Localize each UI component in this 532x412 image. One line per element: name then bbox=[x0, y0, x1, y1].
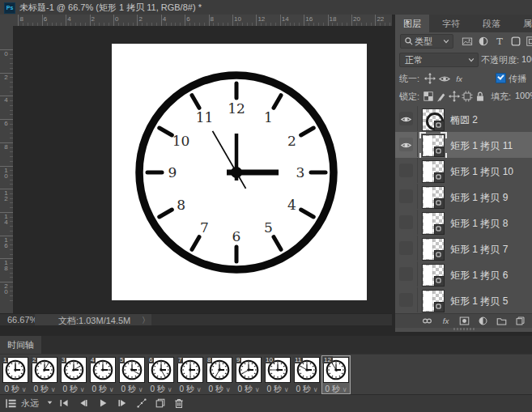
layer-row[interactable]: 矩形 1 拷贝 5 bbox=[395, 287, 532, 314]
animation-frame[interactable]: 60 秒 ∨ bbox=[147, 356, 175, 393]
frame-duration-selector[interactable]: 0 秒 ∨ bbox=[322, 384, 350, 395]
frame-duration-selector[interactable]: 0 秒 ∨ bbox=[2, 384, 29, 395]
panel-tab-paragraph[interactable]: 段落 bbox=[475, 15, 509, 32]
layer-row[interactable]: 矩形 1 拷贝 9 bbox=[395, 184, 532, 210]
frame-duration-selector[interactable]: 0 秒 ∨ bbox=[264, 384, 292, 395]
layer-group-icon[interactable] bbox=[494, 314, 509, 329]
layer-row[interactable]: 矩形 1 拷贝 6 bbox=[395, 261, 532, 288]
new-layer-icon[interactable] bbox=[513, 314, 527, 329]
tween-icon[interactable] bbox=[136, 397, 151, 410]
type-layer-filter-icon[interactable]: T bbox=[492, 34, 507, 49]
adjustment-layer-filter-icon[interactable] bbox=[476, 34, 491, 49]
layer-thumbnail[interactable] bbox=[422, 186, 445, 209]
document-canvas[interactable]: 121234567891011 bbox=[112, 44, 367, 300]
layer-visibility-well[interactable] bbox=[395, 184, 418, 209]
zoom-level-field[interactable]: 66.67% bbox=[7, 315, 37, 325]
layer-visibility-well[interactable] bbox=[395, 287, 418, 312]
animation-frame[interactable]: 20 秒 ∨ bbox=[31, 356, 58, 393]
prev-frame-icon[interactable] bbox=[78, 397, 92, 410]
ruler-corner[interactable] bbox=[0, 15, 14, 27]
layer-thumbnail[interactable] bbox=[422, 238, 445, 261]
layer-visibility-well[interactable] bbox=[395, 210, 418, 235]
animation-frame[interactable]: 10 秒 ∨ bbox=[2, 356, 29, 393]
smart-object-filter-icon[interactable] bbox=[524, 34, 532, 49]
frame-duration-selector[interactable]: 0 秒 ∨ bbox=[177, 384, 204, 395]
layer-thumbnail[interactable] bbox=[422, 264, 445, 287]
frame-duration-selector[interactable]: 0 秒 ∨ bbox=[293, 384, 321, 395]
layer-visibility-well[interactable] bbox=[395, 158, 418, 183]
animation-frame[interactable]: 30 秒 ∨ bbox=[60, 356, 87, 393]
play-icon[interactable] bbox=[97, 397, 112, 410]
lock-all-icon[interactable] bbox=[473, 89, 487, 104]
horizontal-ruler[interactable]: 86420246810121416182022 bbox=[13, 15, 392, 27]
delete-frame-icon[interactable] bbox=[173, 397, 188, 410]
frame-duration-selector[interactable]: 0 秒 ∨ bbox=[60, 384, 87, 395]
frame-duration-selector[interactable]: 0 秒 ∨ bbox=[147, 384, 175, 395]
unify-position-icon[interactable] bbox=[423, 71, 437, 86]
document-title-bar[interactable]: Ps 未标题-1 @ 66.7% (矩形 1 拷贝 11, RGB/8#) * bbox=[0, 0, 532, 15]
layer-thumbnail[interactable] bbox=[422, 134, 445, 157]
animation-frame[interactable]: 80 秒 ∨ bbox=[206, 356, 233, 393]
convert-to-video-timeline-icon[interactable] bbox=[5, 397, 19, 410]
timeline-tab[interactable]: 时间轴 bbox=[0, 336, 41, 354]
frame-duration-selector[interactable]: 0 秒 ∨ bbox=[118, 384, 146, 395]
unify-style-icon[interactable]: fx bbox=[452, 71, 466, 86]
animation-frame[interactable]: 40 秒 ∨ bbox=[89, 356, 117, 393]
frame-duration-selector[interactable]: 0 秒 ∨ bbox=[89, 384, 117, 395]
panel-tab-character[interactable]: 字符 bbox=[434, 15, 468, 32]
status-menu-chevron[interactable]: 〉 bbox=[142, 315, 150, 326]
layer-filter-dropdown[interactable]: 类型 bbox=[400, 34, 453, 49]
blend-mode-dropdown[interactable]: 正常 bbox=[399, 53, 479, 67]
link-layers-icon[interactable] bbox=[419, 314, 434, 329]
opacity-value[interactable]: 100% bbox=[521, 54, 532, 64]
loop-count-selector[interactable]: 永远 bbox=[21, 397, 53, 410]
layer-visibility-toggle[interactable] bbox=[399, 112, 413, 125]
layer-visibility-well[interactable] bbox=[395, 132, 418, 157]
panel-tab-layers[interactable]: 图层 bbox=[395, 15, 429, 32]
propagate-frame-checkbox[interactable] bbox=[496, 73, 506, 83]
layer-row[interactable]: 椭圆 2 bbox=[395, 106, 532, 133]
layer-style-icon[interactable]: fx bbox=[438, 314, 453, 329]
adjustment-layer-icon[interactable] bbox=[475, 314, 490, 329]
layer-row[interactable]: 矩形 1 拷贝 11 bbox=[395, 132, 532, 159]
animation-frame[interactable]: 50 秒 ∨ bbox=[118, 356, 146, 393]
layer-visibility-toggle[interactable] bbox=[399, 267, 413, 281]
layer-visibility-toggle[interactable] bbox=[399, 138, 413, 151]
layer-mask-icon[interactable] bbox=[457, 314, 471, 329]
layer-visibility-toggle[interactable] bbox=[399, 164, 413, 177]
pixel-layer-filter-icon[interactable] bbox=[460, 34, 475, 49]
animation-frame[interactable]: 90 秒 ∨ bbox=[235, 356, 262, 393]
layer-visibility-toggle[interactable] bbox=[399, 241, 413, 255]
layer-visibility-well[interactable] bbox=[395, 106, 418, 131]
frame-duration-selector[interactable]: 0 秒 ∨ bbox=[206, 384, 233, 395]
layer-thumbnail[interactable] bbox=[422, 290, 445, 312]
panel-tab-properties[interactable]: 属性 bbox=[515, 15, 532, 32]
panel-resize-handle[interactable] bbox=[453, 328, 475, 330]
frame-duration-selector[interactable]: 0 秒 ∨ bbox=[31, 384, 58, 395]
layer-row[interactable]: 矩形 1 拷贝 8 bbox=[395, 210, 532, 236]
animation-frame[interactable]: 100 秒 ∨ bbox=[264, 356, 292, 393]
layer-visibility-toggle[interactable] bbox=[399, 215, 413, 229]
frame-duration-selector[interactable]: 0 秒 ∨ bbox=[235, 384, 262, 395]
layer-row[interactable]: 矩形 1 拷贝 10 bbox=[395, 158, 532, 185]
shape-layer-filter-icon[interactable] bbox=[509, 34, 523, 49]
fill-value[interactable]: 100% bbox=[515, 91, 532, 100]
layer-thumbnail[interactable] bbox=[422, 108, 445, 131]
unify-visibility-icon[interactable] bbox=[437, 71, 452, 86]
first-frame-icon[interactable] bbox=[58, 397, 73, 410]
duplicate-frame-icon[interactable] bbox=[155, 397, 169, 410]
layer-visibility-toggle[interactable] bbox=[399, 189, 413, 203]
layer-visibility-well[interactable] bbox=[395, 261, 418, 287]
layer-thumbnail[interactable] bbox=[422, 160, 445, 183]
layer-visibility-toggle[interactable] bbox=[399, 293, 413, 307]
next-frame-icon[interactable] bbox=[117, 397, 131, 410]
canvas-viewport[interactable]: 121234567891011 bbox=[13, 26, 392, 313]
animation-frame[interactable]: 110 秒 ∨ bbox=[293, 356, 321, 393]
animation-frame[interactable]: 120 秒 ∨ bbox=[322, 356, 350, 393]
layer-thumbnail[interactable] bbox=[422, 212, 445, 235]
ruler-label: 10 bbox=[0, 168, 12, 179]
animation-frame[interactable]: 70 秒 ∨ bbox=[177, 356, 204, 393]
layer-row[interactable]: 矩形 1 拷贝 7 bbox=[395, 236, 532, 262]
layer-visibility-well[interactable] bbox=[395, 236, 418, 261]
vertical-ruler[interactable]: 02468101214161820 bbox=[0, 26, 14, 313]
